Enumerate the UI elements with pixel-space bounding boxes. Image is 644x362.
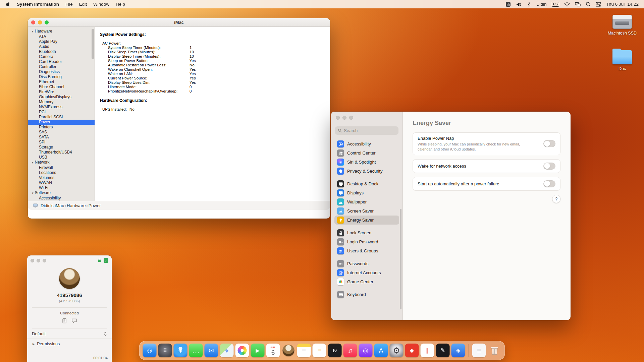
settings-item-wallpaper[interactable]: Wallpaper — [334, 197, 399, 206]
search-input[interactable] — [344, 128, 396, 133]
sysinfo-item-sata[interactable]: SATA — [28, 135, 95, 140]
sysinfo-item-graphics-displays[interactable]: Graphics/Displays — [28, 95, 95, 100]
dock-calendar[interactable]: JUL6 — [266, 344, 280, 357]
settings-search-field[interactable] — [335, 126, 398, 135]
desktop-icon-doc[interactable]: Doc — [604, 50, 641, 71]
permissions-disclosure[interactable]: ▶ Permissions — [27, 339, 112, 349]
settings-sidebar-scrollbar[interactable] — [400, 209, 401, 309]
menubar-clock[interactable]: Thu 6 Jul 14.22 — [606, 2, 639, 7]
zoom-button[interactable] — [43, 259, 46, 262]
sysinfo-item-disc-burning[interactable]: Disc Burning — [28, 74, 95, 79]
settings-item-accessibility[interactable]: Accessibility — [334, 139, 399, 148]
dock-facetime[interactable]: ▶ — [251, 344, 265, 357]
settings-item-privacy-security[interactable]: Privacy & Security — [334, 167, 399, 176]
sysinfo-item-pci[interactable]: PCI — [28, 110, 95, 115]
sysinfo-item-card-reader[interactable]: Card Reader — [28, 59, 95, 64]
dock-tv[interactable]: tv — [328, 344, 342, 357]
dock-trash[interactable] — [488, 344, 501, 357]
settings-item-desktop-dock[interactable]: Desktop & Dock — [334, 179, 399, 188]
dock-finder[interactable]: ☺ — [143, 344, 157, 357]
active-app-name[interactable]: System Information — [17, 2, 59, 7]
dock-blue-app[interactable]: ◈ — [451, 344, 465, 357]
dock-parallels[interactable]: ∥ — [421, 344, 434, 357]
sysinfo-item-diagnostics[interactable]: Diagnostics — [28, 69, 95, 74]
dock-app-store[interactable]: A — [374, 344, 388, 357]
fast-user-switch[interactable]: Didin — [536, 2, 547, 7]
profile-dropdown[interactable]: Default — [27, 328, 112, 339]
close-button[interactable] — [336, 116, 340, 120]
settings-item-lock-screen[interactable]: Lock Screen — [334, 228, 399, 237]
sysinfo-item-wwan[interactable]: WWAN — [28, 180, 95, 185]
sysinfo-item-ata[interactable]: ATA — [28, 34, 95, 39]
sysinfo-item-power[interactable]: Power — [28, 120, 95, 125]
menu-file[interactable]: File — [65, 2, 73, 7]
sysinfo-item-controller[interactable]: Controller — [28, 64, 95, 69]
apple-menu-icon[interactable] — [5, 2, 10, 7]
sysinfo-item-audio[interactable]: Audio — [28, 44, 95, 49]
menu-edit[interactable]: Edit — [79, 2, 87, 7]
settings-item-users-groups[interactable]: Users & Groups — [334, 246, 399, 255]
sysinfo-item-locations[interactable]: Locations — [28, 170, 95, 175]
menu-help[interactable]: Help — [116, 2, 125, 7]
sysinfo-item-accessibility[interactable]: Accessibility — [28, 196, 95, 201]
close-button[interactable] — [31, 20, 35, 24]
sysinfo-item-parallel-scsi[interactable]: Parallel SCSI — [28, 115, 95, 120]
dock-system-settings[interactable]: ⚙ — [390, 344, 404, 357]
sysinfo-titlebar[interactable]: iMac — [28, 18, 330, 27]
sysinfo-item-wi-fi[interactable]: Wi-Fi — [28, 185, 95, 190]
dock-anydesk[interactable]: ◆ — [405, 344, 419, 357]
settings-item-keyboard[interactable]: Keyboard — [334, 290, 399, 299]
sysinfo-item-nvmexpress[interactable]: NVMExpress — [28, 105, 95, 110]
sysinfo-item-spi[interactable]: SPI — [28, 140, 95, 145]
sysinfo-item-storage[interactable]: Storage — [28, 145, 95, 150]
settings-item-displays[interactable]: Displays — [334, 188, 399, 197]
spotlight-icon[interactable] — [586, 2, 591, 7]
dock-launchpad[interactable]: ⠿ — [158, 344, 172, 357]
tree-section-hardware[interactable]: ▾Hardware — [28, 29, 95, 34]
settings-item-internet-accounts[interactable]: @Internet Accounts — [334, 268, 399, 277]
toggle-wake-for-network-access[interactable] — [543, 163, 555, 170]
settings-item-game-center[interactable]: Game Center — [334, 277, 399, 286]
input-source-icon[interactable]: US — [552, 2, 559, 7]
settings-item-control-center[interactable]: Control Center — [334, 148, 399, 158]
control-center-icon[interactable] — [596, 2, 601, 7]
toggle-enable-power-nap[interactable] — [543, 140, 555, 147]
settings-item-siri-spotlight[interactable]: Siri & Spotlight — [334, 158, 399, 167]
dock-music[interactable]: ♫ — [343, 344, 357, 357]
menu-window[interactable]: Window — [93, 2, 109, 7]
dock-ink-app[interactable]: ✎ — [436, 344, 450, 357]
settings-item-screen-saver[interactable]: Screen Saver — [334, 206, 399, 216]
sysinfo-item-thunderbolt-usb4[interactable]: Thunderbolt/USB4 — [28, 150, 95, 155]
minimize-button[interactable] — [38, 20, 42, 24]
sysinfo-item-printers[interactable]: Printers — [28, 125, 95, 130]
dock-photos[interactable] — [235, 344, 249, 357]
sysinfo-item-fibre-channel[interactable]: Fibre Channel — [28, 84, 95, 89]
screen-mirroring-icon[interactable] — [575, 2, 581, 7]
minimize-button[interactable] — [342, 116, 346, 120]
dock-notes[interactable]: ≣ — [297, 344, 311, 357]
dock-messages[interactable]: … — [189, 344, 203, 357]
minimize-button[interactable] — [37, 259, 40, 262]
close-button[interactable] — [31, 259, 34, 262]
desktop-icon-macintosh-ssd[interactable]: Macintosh SSD — [604, 15, 641, 36]
dock-reminders[interactable]: ≣ — [313, 344, 326, 357]
settings-item-login-password[interactable]: Login Password — [334, 237, 399, 246]
sysinfo-item-usb[interactable]: USB — [28, 155, 95, 160]
chat-icon[interactable] — [71, 318, 77, 324]
sysinfo-item-volumes[interactable]: Volumes — [28, 175, 95, 180]
toggle-start-up-automatically-after-a-power-failure[interactable] — [543, 180, 555, 187]
sysinfo-item-sas[interactable]: SAS — [28, 130, 95, 135]
dock-podcasts[interactable]: ◎ — [359, 344, 373, 357]
sysinfo-item-ethernet[interactable]: Ethernet — [28, 79, 95, 84]
sidebar-scrollbar[interactable] — [92, 29, 94, 59]
bluetooth-icon[interactable] — [527, 2, 531, 7]
volume-icon[interactable] — [516, 2, 522, 7]
wifi-icon[interactable] — [564, 2, 570, 7]
settings-item-energy-saver[interactable]: Energy Saver — [334, 216, 399, 225]
tree-section-network[interactable]: ▾Network — [28, 160, 95, 165]
dock-maps[interactable]: ⌖ — [220, 344, 234, 357]
dock-textedit[interactable]: ≣ — [472, 344, 486, 357]
dock-mail[interactable]: ✉ — [205, 344, 218, 357]
sysinfo-item-firewall[interactable]: Firewall — [28, 165, 95, 170]
stats-menu-icon[interactable] — [505, 2, 511, 7]
